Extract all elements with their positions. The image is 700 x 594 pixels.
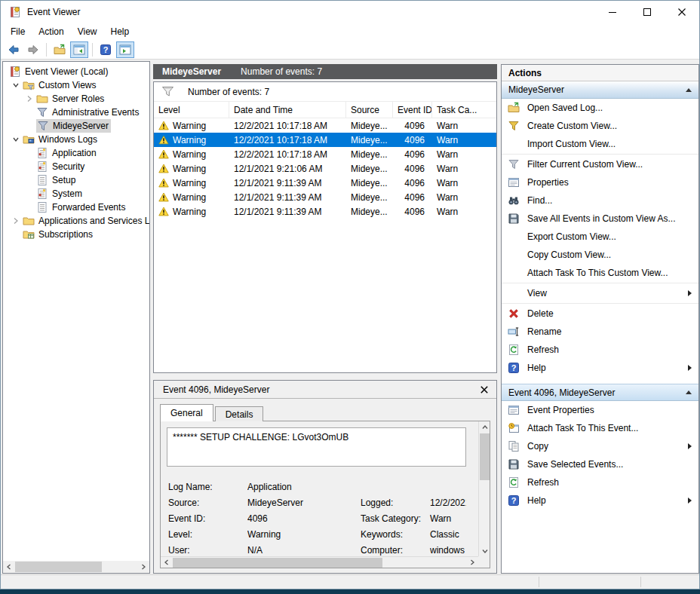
chevron-right-icon[interactable]: [9, 217, 23, 225]
scrollbar-thumb[interactable]: [480, 433, 490, 480]
scroll-up-icon[interactable]: [479, 421, 490, 433]
scroll-down-icon[interactable]: [479, 545, 490, 556]
action-help[interactable]: ? Help: [502, 359, 698, 377]
tree-item-event-viewer-local[interactable]: Event Viewer (Local): [3, 65, 149, 78]
menu-view[interactable]: View: [71, 23, 104, 40]
column-header-source[interactable]: Source: [346, 102, 393, 118]
events-list-pane: Number of events: 7 Level Date and Time …: [153, 81, 497, 373]
column-header-level[interactable]: Level: [154, 102, 229, 118]
action-delete[interactable]: Delete: [502, 305, 698, 323]
column-header-task-category[interactable]: Task Ca...: [432, 102, 496, 118]
help-button[interactable]: ?: [97, 41, 115, 58]
action-event-properties[interactable]: Event Properties: [502, 401, 698, 419]
submenu-arrow-icon: [688, 290, 692, 296]
scroll-right-icon[interactable]: [137, 561, 149, 573]
close-button[interactable]: [665, 1, 699, 23]
tree-item-applications-and-services[interactable]: Applications and Services Lo: [3, 214, 149, 228]
submenu-arrow-icon: [688, 443, 692, 449]
action-attach-task-to-event[interactable]: Attach Task To This Event...: [502, 419, 698, 437]
tree-item-windows-logs[interactable]: Windows Logs: [3, 133, 149, 146]
back-button[interactable]: [5, 41, 23, 58]
logged-label: Logged:: [361, 498, 430, 508]
tree-item-label: Administrative Events: [52, 107, 139, 118]
action-refresh-event[interactable]: Refresh: [502, 473, 698, 491]
chevron-down-icon[interactable]: [9, 136, 23, 143]
maximize-button[interactable]: [630, 1, 665, 23]
chevron-right-icon[interactable]: [23, 95, 36, 103]
table-row[interactable]: Warning 12/1/2021 9:11:39 AM Mideye... 4…: [154, 176, 496, 190]
action-help-event[interactable]: ? Help: [502, 491, 698, 510]
actions-section-mideyeserver-header[interactable]: MideyeServer: [502, 81, 698, 99]
forward-button[interactable]: [24, 41, 42, 58]
action-save-all-events[interactable]: Save All Events in Custom View As...: [502, 210, 698, 228]
action-find[interactable]: Find...: [502, 191, 698, 210]
keywords-value: Classic: [430, 529, 466, 540]
action-copy-custom-view[interactable]: Copy Custom View...: [502, 246, 698, 264]
tab-details[interactable]: Details: [215, 406, 264, 421]
action-properties[interactable]: Properties: [502, 173, 698, 191]
tree-item-security[interactable]: Security: [3, 160, 149, 173]
details-vertical-scrollbar[interactable]: [478, 421, 490, 556]
table-row[interactable]: Warning 12/1/2021 9:11:39 AM Mideye... 4…: [154, 190, 496, 204]
action-save-selected-events[interactable]: Save Selected Events...: [502, 455, 698, 473]
minimize-button[interactable]: [595, 1, 630, 23]
scrollbar-thumb[interactable]: [15, 562, 102, 572]
chevron-down-icon[interactable]: [9, 81, 23, 89]
details-close-button[interactable]: [478, 384, 490, 396]
computer-value: windows: [430, 545, 466, 556]
scrollbar-thumb[interactable]: [173, 558, 382, 568]
tree-item-subscriptions[interactable]: Subscriptions: [3, 228, 149, 241]
scroll-left-icon[interactable]: [3, 561, 15, 573]
collapse-arrow-icon[interactable]: [686, 390, 692, 394]
action-export-custom-view[interactable]: Export Custom View...: [502, 228, 698, 246]
warning-icon: [158, 207, 169, 216]
details-horizontal-scrollbar[interactable]: [161, 556, 478, 568]
action-copy[interactable]: Copy: [502, 437, 698, 455]
table-row[interactable]: Warning 12/2/2021 10:17:18 AM Mideye... …: [154, 147, 496, 161]
action-pane-toggle-button[interactable]: [116, 41, 134, 58]
table-row[interactable]: Warning 12/2/2021 10:17:18 AM Mideye... …: [154, 118, 496, 133]
action-refresh[interactable]: Refresh: [502, 341, 698, 359]
tree-item-forwarded-events[interactable]: Forwarded Events: [3, 201, 149, 214]
tree-item-system[interactable]: System: [3, 187, 149, 201]
tree-item-setup[interactable]: Setup: [3, 173, 149, 187]
collapse-arrow-icon[interactable]: [686, 88, 692, 92]
table-row-selected[interactable]: Warning 12/2/2021 10:17:18 AM Mideye... …: [154, 133, 496, 147]
user-label: User:: [168, 545, 247, 556]
tree-item-custom-views[interactable]: Custom Views: [3, 78, 149, 92]
action-view[interactable]: View: [502, 284, 698, 302]
tree-horizontal-scrollbar[interactable]: [3, 561, 149, 573]
scroll-left-icon[interactable]: [161, 556, 173, 568]
properties-icon: [508, 176, 520, 188]
menu-help[interactable]: Help: [104, 23, 137, 40]
tree-item-mideyeserver[interactable]: MideyeServer: [3, 119, 149, 133]
tree-item-server-roles[interactable]: Server Roles: [3, 92, 149, 106]
menu-action[interactable]: Action: [32, 23, 70, 40]
action-filter-current-custom-view[interactable]: Filter Current Custom View...: [502, 155, 698, 173]
open-saved-log-button[interactable]: [51, 41, 69, 58]
table-row[interactable]: Warning 12/1/2021 9:21:06 AM Mideye... 4…: [154, 161, 496, 176]
scroll-right-icon[interactable]: [466, 556, 478, 568]
event-id-label: Event ID:: [168, 513, 247, 524]
warning-icon: [158, 178, 169, 188]
action-create-custom-view[interactable]: Create Custom View...: [502, 117, 698, 135]
console-tree-icon: [73, 44, 85, 56]
tree-item-administrative-events[interactable]: Administrative Events: [3, 106, 149, 119]
tree-item-application[interactable]: Application: [3, 146, 149, 160]
action-open-saved-log[interactable]: Open Saved Log...: [502, 99, 698, 117]
column-header-date[interactable]: Date and Time: [229, 102, 346, 118]
menu-file[interactable]: File: [4, 23, 32, 40]
action-rename[interactable]: Rename: [502, 323, 698, 341]
delete-icon: [508, 308, 520, 320]
event-message[interactable]: ******* SETUP CHALLENGE: LGvot3OmUB: [167, 427, 466, 467]
table-row[interactable]: Warning 12/1/2021 9:11:39 AM Mideye... 4…: [154, 204, 496, 219]
console-tree-toggle-button[interactable]: [70, 41, 88, 58]
tab-general[interactable]: General: [160, 404, 213, 421]
details-header: Event 4096, MideyeServer: [154, 381, 496, 399]
app-icon: [9, 6, 21, 18]
action-import-custom-view[interactable]: Import Custom View...: [502, 135, 698, 153]
action-attach-task-custom-view[interactable]: Attach Task To This Custom View...: [502, 264, 698, 282]
folder-icon: [36, 93, 48, 105]
column-header-event-id[interactable]: Event ID: [393, 102, 432, 118]
actions-section-event-header[interactable]: Event 4096, MideyeServer: [502, 384, 698, 401]
